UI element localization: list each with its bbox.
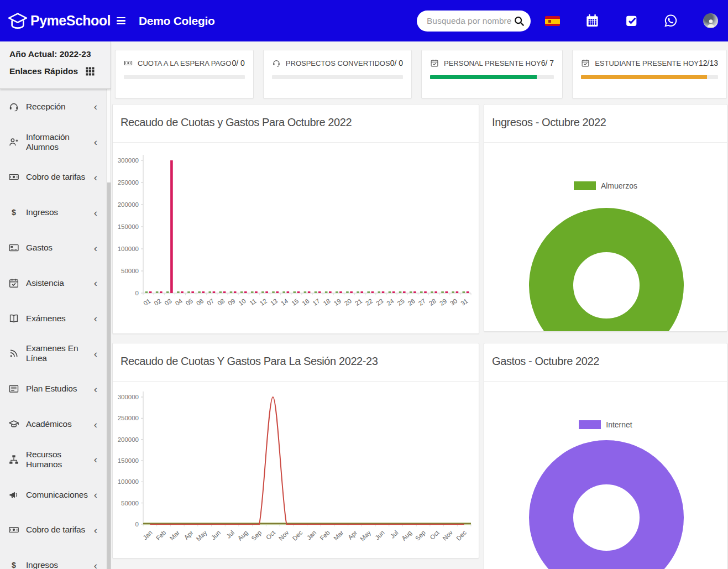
sidebar-menu: Recepción ‹ Información Alumnos ‹ Cobro … bbox=[0, 89, 106, 569]
sidebar-header: Año Actual: 2022-23 Enlaces Rápidos bbox=[0, 41, 111, 89]
user-plus-icon bbox=[8, 137, 19, 148]
chevron-left-icon: ‹ bbox=[94, 384, 99, 394]
legend-label: Almuerzos bbox=[601, 181, 637, 190]
stat-card-1: PROSPECTOS CONVERTIDOS 0/ 0 bbox=[263, 50, 412, 98]
svg-text:30: 30 bbox=[449, 297, 458, 307]
hamburger-menu-icon[interactable] bbox=[117, 17, 125, 24]
sidebar-item-label: Académicos bbox=[26, 419, 71, 429]
whatsapp-icon[interactable] bbox=[663, 13, 678, 28]
svg-text:50000: 50000 bbox=[121, 268, 139, 274]
sidebar-item-label: Cobro de tarifas bbox=[26, 172, 85, 182]
dollar-icon: $ bbox=[8, 207, 19, 218]
svg-text:Sep: Sep bbox=[250, 529, 263, 542]
sidebar-item-7[interactable]: Examenes En Línea ‹ bbox=[0, 336, 106, 372]
chart-card-daily-bar: Recaudo de Cuotas y Gastos Para Octubre … bbox=[112, 104, 479, 334]
chart-legend: Internet bbox=[484, 420, 727, 429]
stat-label: ESTUDIANTE PRESENTE HOY bbox=[595, 59, 699, 67]
chart-title: Gastos - Octubre 2022 bbox=[484, 343, 727, 382]
sidebar-item-0[interactable]: Recepción ‹ bbox=[0, 89, 106, 124]
chevron-left-icon: ‹ bbox=[94, 489, 99, 500]
person-icon bbox=[705, 17, 716, 28]
svg-text:23: 23 bbox=[375, 297, 384, 307]
svg-text:29: 29 bbox=[438, 297, 448, 307]
sidebar: Año Actual: 2022-23 Enlaces Rápidos Rece… bbox=[0, 41, 111, 569]
chevron-left-icon: ‹ bbox=[94, 101, 99, 112]
chevron-left-icon: ‹ bbox=[94, 525, 99, 535]
chevron-left-icon: ‹ bbox=[94, 172, 99, 182]
calendar-check-icon bbox=[581, 59, 590, 67]
sitemap-icon bbox=[8, 454, 19, 465]
svg-text:$: $ bbox=[12, 561, 16, 569]
sidebar-item-1[interactable]: Información Alumnos ‹ bbox=[0, 124, 106, 160]
legend-label: Internet bbox=[606, 420, 632, 429]
line-chart: 050000100000150000200000250000300000JanF… bbox=[113, 382, 479, 558]
sidebar-item-2[interactable]: Cobro de tarifas ‹ bbox=[0, 160, 106, 195]
stat-value: 12/13 bbox=[699, 59, 718, 67]
stat-label: PROSPECTOS CONVERTIDOS bbox=[286, 59, 390, 67]
svg-text:25: 25 bbox=[396, 297, 405, 307]
calendar-check-icon bbox=[8, 278, 19, 289]
sidebar-item-13[interactable]: $ Ingresos ‹ bbox=[0, 547, 106, 569]
spain-flag-icon[interactable] bbox=[545, 16, 560, 26]
svg-text:06: 06 bbox=[195, 297, 205, 307]
svg-text:150000: 150000 bbox=[118, 223, 139, 230]
svg-text:Jun: Jun bbox=[374, 529, 386, 541]
chart-card-ingresos-donut: Ingresos - Octubre 2022 Almuerzos bbox=[484, 104, 727, 332]
sidebar-item-label: Ingresos bbox=[26, 560, 58, 569]
brand[interactable]: PymeSchool bbox=[0, 10, 111, 32]
svg-text:31: 31 bbox=[459, 297, 469, 307]
svg-text:Jul: Jul bbox=[225, 529, 235, 540]
user-avatar[interactable] bbox=[703, 13, 718, 28]
stat-value: 6/ 7 bbox=[541, 59, 554, 67]
sidebar-item-6[interactable]: Exámenes ‹ bbox=[0, 301, 106, 336]
chart-legend: Almuerzos bbox=[484, 181, 727, 190]
sidebar-scrollbar[interactable] bbox=[106, 41, 111, 569]
search-icon[interactable] bbox=[513, 15, 525, 27]
svg-text:Mar: Mar bbox=[332, 529, 345, 542]
stats-row: CUOTA A LA ESPERA PAGO 0/ 0 PROSPECTOS C… bbox=[115, 50, 727, 98]
sidebar-item-12[interactable]: Cobro de tarifas ‹ bbox=[0, 513, 106, 548]
grid-apps-icon[interactable] bbox=[85, 66, 95, 76]
progress-bar bbox=[124, 75, 245, 79]
brand-name: PymeSchool bbox=[30, 13, 111, 29]
donut-chart: Internet bbox=[484, 382, 727, 569]
svg-text:$: $ bbox=[12, 208, 16, 217]
headset-icon bbox=[8, 101, 19, 112]
chevron-left-icon: ‹ bbox=[94, 207, 99, 218]
page-title: Demo Colegio bbox=[139, 14, 215, 28]
svg-text:300000: 300000 bbox=[118, 157, 139, 164]
calendar-icon[interactable] bbox=[585, 13, 600, 28]
svg-text:05: 05 bbox=[185, 297, 194, 307]
grad-cap-icon bbox=[8, 419, 19, 430]
svg-text:Oct: Oct bbox=[265, 529, 277, 541]
svg-text:Feb: Feb bbox=[155, 529, 167, 542]
sidebar-item-4[interactable]: Gastos ‹ bbox=[0, 230, 106, 265]
svg-text:16: 16 bbox=[301, 297, 310, 307]
sidebar-item-label: Cobro de tarifas bbox=[26, 525, 85, 535]
sidebar-item-3[interactable]: $ Ingresos ‹ bbox=[0, 195, 106, 230]
search-input[interactable] bbox=[426, 15, 513, 27]
sidebar-item-5[interactable]: Asistencia ‹ bbox=[0, 265, 106, 301]
scrollbar-thumb[interactable] bbox=[107, 182, 111, 569]
legend-swatch bbox=[574, 181, 596, 190]
svg-text:Sep: Sep bbox=[414, 529, 427, 542]
chart-title: Recaudo de Cuotas y Gastos Para Octubre … bbox=[113, 105, 479, 143]
sidebar-item-label: Ingresos bbox=[26, 207, 58, 217]
headset-icon bbox=[272, 59, 281, 67]
sidebar-item-8[interactable]: Plan Estudios ‹ bbox=[0, 371, 106, 406]
donut-chart: Almuerzos bbox=[484, 143, 727, 332]
top-bar: PymeSchool Demo Colegio bbox=[0, 0, 728, 41]
sidebar-item-10[interactable]: Recursos Humanos ‹ bbox=[0, 442, 106, 477]
sidebar-item-9[interactable]: Académicos ‹ bbox=[0, 406, 106, 442]
svg-text:Oct: Oct bbox=[429, 529, 441, 541]
svg-text:200000: 200000 bbox=[118, 201, 139, 208]
sidebar-item-11[interactable]: Comunicaciones ‹ bbox=[0, 477, 106, 513]
chart-card-session-line: Recaudo de Cuotas Y Gastos Para La Sesió… bbox=[112, 343, 479, 558]
tasks-checkbox-icon[interactable] bbox=[625, 14, 638, 28]
search-box[interactable] bbox=[417, 11, 531, 32]
svg-text:Aug: Aug bbox=[400, 529, 413, 542]
sidebar-item-label: Comunicaciones bbox=[26, 490, 88, 500]
svg-text:300000: 300000 bbox=[118, 394, 139, 400]
svg-text:17: 17 bbox=[311, 297, 321, 307]
bullhorn-icon bbox=[8, 489, 19, 500]
